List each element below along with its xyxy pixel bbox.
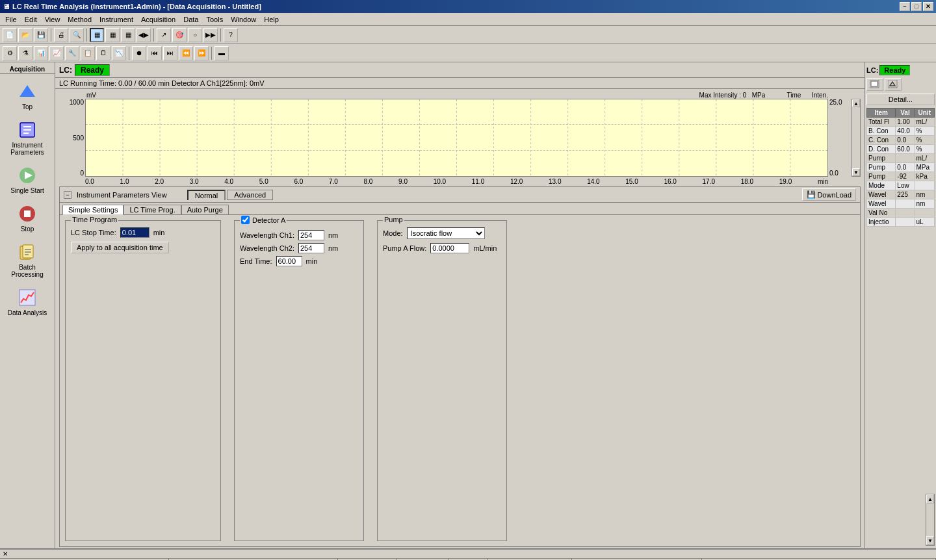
end-time-label: End Time: [240, 257, 272, 265]
tb-b3[interactable]: ▦ [121, 28, 135, 42]
tab-advanced[interactable]: Advanced [227, 190, 273, 200]
tb-save[interactable]: 💾 [34, 28, 48, 42]
end-time-row: End Time: min [240, 256, 358, 266]
right-scroll-track [926, 503, 934, 536]
scroll-up-btn[interactable]: ▲ [852, 99, 860, 107]
pump-section: Pump Mode: Isocratic flow Gradient flow … [377, 220, 507, 541]
minimize-button[interactable]: − [900, 2, 910, 11]
subtab-lc-time-prog[interactable]: LC Time Prog. [124, 205, 181, 215]
tb2-3[interactable]: 📊 [34, 46, 48, 60]
menu-method[interactable]: Method [64, 14, 96, 25]
pump-mode-select[interactable]: Isocratic flow Gradient flow [407, 227, 485, 239]
tb2-6[interactable]: 📋 [81, 46, 95, 60]
menu-data[interactable]: Data [179, 14, 202, 25]
sidebar-item-data-analysis[interactable]: Data Analysis [3, 284, 52, 320]
tb2-10[interactable]: ⏮ [148, 46, 162, 60]
tab-normal[interactable]: Normal [187, 190, 226, 200]
detail-button[interactable]: Detail... [866, 94, 935, 105]
right-btn-2[interactable] [885, 78, 902, 91]
lc-stop-time-row: LC Stop Time: min [71, 227, 215, 238]
instrument-parameters-icon [17, 120, 38, 140]
sidebar-label-top: Top [22, 103, 32, 110]
lc-stop-time-input[interactable] [120, 227, 150, 238]
close-button[interactable]: ✕ [923, 2, 933, 11]
sidebar-item-instrument-parameters[interactable]: Instrument Parameters [3, 116, 52, 159]
subtab-simple-settings[interactable]: Simple Settings [62, 205, 124, 215]
sep3 [153, 29, 154, 42]
tb-open[interactable]: 📂 [18, 28, 32, 42]
tb2-9[interactable]: ⏺ [132, 46, 146, 60]
tb2-5[interactable]: 🔧 [65, 46, 79, 60]
pump-flow-input[interactable] [430, 243, 469, 253]
sidebar-item-stop[interactable]: Stop [3, 200, 52, 236]
tb-fwd[interactable]: ▶▶ [203, 28, 218, 42]
panel-title-area: − Instrument Parameters View Normal Adva… [64, 190, 273, 200]
tb-print[interactable]: 🖨 [54, 28, 68, 42]
title-bar-controls: − □ ✕ [900, 2, 933, 11]
wavelength-ch1-input[interactable] [298, 230, 324, 240]
sep6 [211, 47, 212, 60]
svg-marker-0 [20, 85, 35, 97]
menu-edit[interactable]: Edit [21, 14, 41, 25]
menu-instrument[interactable]: Instrument [96, 14, 137, 25]
tb2-4[interactable]: 📈 [49, 46, 64, 60]
tb-b4[interactable]: ◀▶ [136, 28, 151, 42]
tb-preview[interactable]: 🔍 [70, 28, 84, 42]
lc-status-value: Ready [75, 64, 110, 76]
right-panel: LC: Ready Detail... Item Val Unit [864, 62, 936, 548]
table-row: InjectiouL [867, 218, 935, 227]
sidebar-item-single-start[interactable]: Single Start [3, 162, 52, 197]
collapse-btn[interactable]: − [64, 191, 72, 199]
tb2-2[interactable]: ⚗ [18, 46, 32, 60]
tb2-14[interactable]: ▬ [214, 46, 229, 60]
right-scroll-down[interactable]: ▼ [926, 536, 934, 545]
sidebar-item-batch-processing[interactable]: Batch Processing [3, 238, 52, 281]
download-button[interactable]: 💾 DownLoad [802, 188, 856, 201]
pump-title: Pump [383, 216, 404, 223]
tb-arrow[interactable]: ↗ [157, 28, 171, 42]
tb2-13[interactable]: ⏩ [194, 46, 209, 60]
table-row: ModeLow [867, 181, 935, 190]
table-row: Val No [867, 209, 935, 218]
right-scroll-up[interactable]: ▲ [926, 494, 934, 503]
menu-window[interactable]: Window [227, 14, 260, 25]
tb-target[interactable]: 🎯 [172, 28, 187, 42]
lc-running-time: LC Running Time: 0.00 / 60.00 min Detect… [55, 78, 864, 89]
sep1 [51, 29, 51, 42]
tb2-8[interactable]: 📉 [112, 46, 126, 60]
right-25: 25.0 [829, 99, 852, 106]
tb2-12[interactable]: ⏪ [179, 46, 193, 60]
table-row: Total Fl1.00mL/ [867, 118, 935, 127]
wavelength-ch2-input[interactable] [298, 243, 324, 253]
tb2-7[interactable]: 🗒 [96, 46, 110, 60]
menu-tools[interactable]: Tools [202, 14, 227, 25]
right-btn-1[interactable] [866, 78, 883, 91]
right-scrollbar[interactable]: ▲ ▼ [926, 494, 935, 546]
tb2-1[interactable]: ⚙ [3, 46, 17, 60]
menu-acquisition[interactable]: Acquisition [137, 14, 179, 25]
sep5 [129, 47, 129, 60]
sidebar-item-top[interactable]: Top [3, 78, 52, 114]
tb-new[interactable]: 📄 [3, 28, 17, 42]
scroll-down-btn[interactable]: ▼ [852, 168, 860, 176]
tb-help[interactable]: ? [224, 28, 238, 42]
right-data-table: Item Val Unit Total Fl1.00mL/ B. Con40.0… [866, 108, 935, 227]
tb2-11[interactable]: ⏭ [163, 46, 177, 60]
tb-circle[interactable]: ○ [188, 28, 202, 42]
maximize-button[interactable]: □ [911, 2, 922, 11]
chart-with-axes: 1000 500 0 [59, 99, 861, 177]
menu-view[interactable]: View [41, 14, 64, 25]
right-panel-btns [866, 78, 935, 91]
chart-scrollbar[interactable]: ▲ ▼ [852, 99, 861, 177]
subtab-auto-purge[interactable]: Auto Purge [181, 205, 229, 215]
tb-b2[interactable]: ▦ [105, 28, 120, 42]
apply-to-all-button[interactable]: Apply to all acquisition time [71, 242, 169, 253]
menu-file[interactable]: File [1, 14, 21, 25]
stop-icon [17, 203, 38, 224]
log-header: ✕ [0, 550, 936, 559]
menu-help[interactable]: Help [260, 14, 283, 25]
detector-checkbox[interactable] [241, 216, 250, 224]
end-time-input[interactable] [276, 256, 302, 266]
table-row: Wavelnm [867, 199, 935, 209]
tb-b1[interactable]: ▦ [90, 28, 104, 42]
